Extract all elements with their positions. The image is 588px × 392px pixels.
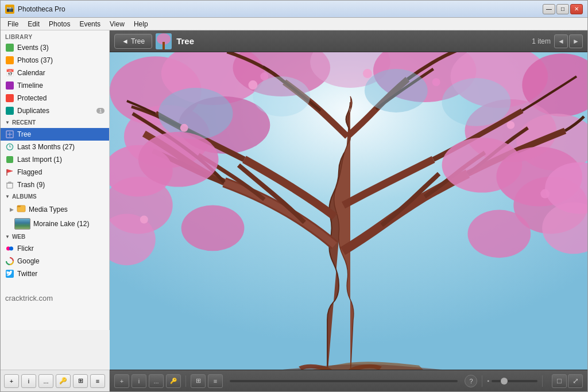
- progress-bar: [230, 380, 458, 382]
- back-arrow: ◄: [122, 37, 129, 45]
- lastimport-icon: [5, 155, 14, 164]
- sidebar-item-morainelake[interactable]: Moraine Lake (12): [1, 216, 109, 231]
- window-controls: — □ ✕: [543, 4, 583, 14]
- twitter-icon: [5, 269, 14, 278]
- app-title: Phototheca Pro: [18, 5, 543, 13]
- mediatypes-expand: ▶: [10, 207, 14, 212]
- menu-photos[interactable]: Photos: [44, 19, 75, 29]
- list-button[interactable]: ≡: [90, 374, 105, 388]
- menu-help[interactable]: Help: [129, 19, 153, 29]
- svg-point-51: [540, 189, 550, 199]
- protected-icon: [5, 94, 14, 103]
- trash-label: Trash (9): [17, 181, 105, 189]
- add-photo-button[interactable]: +: [114, 374, 129, 388]
- lastimport-label: Last Import (1): [17, 156, 105, 164]
- albums-triangle: ▼: [5, 194, 10, 199]
- albums-header: ALBUMS: [12, 193, 37, 200]
- svg-point-35: [253, 76, 310, 117]
- sidebar-item-flagged[interactable]: Flagged: [1, 166, 109, 178]
- duplicates-badge: 1: [96, 108, 105, 114]
- app-icon: 📷: [5, 5, 14, 14]
- menu-edit[interactable]: Edit: [23, 19, 44, 29]
- recent-toggle[interactable]: ▼ RECENT: [1, 117, 109, 128]
- album-thumbnail: [156, 33, 172, 49]
- svg-point-49: [180, 124, 188, 132]
- prev-button[interactable]: ◄: [554, 34, 568, 48]
- web-toggle[interactable]: ▼ WEB: [1, 231, 109, 242]
- sidebar-item-tree[interactable]: Tree: [1, 128, 109, 141]
- add-button[interactable]: +: [4, 374, 19, 388]
- progress-area: [225, 380, 462, 382]
- svg-point-34: [158, 88, 233, 139]
- events-label: Events (3): [17, 44, 105, 52]
- sidebar-item-calendar[interactable]: 📅 Calendar: [1, 67, 109, 79]
- photo-info-button[interactable]: i: [131, 374, 146, 388]
- sidebar-item-mediatypes[interactable]: ▶ Media Types: [1, 202, 109, 216]
- sidebar-item-flickr[interactable]: Flickr: [1, 242, 109, 255]
- sidebar-item-timeline[interactable]: Timeline: [1, 79, 109, 92]
- grid-view-button[interactable]: ⊞: [191, 374, 206, 388]
- tree-photo: [110, 52, 587, 370]
- recent-triangle: ▼: [5, 120, 10, 125]
- list-view-button[interactable]: ≡: [208, 374, 223, 388]
- web-header: WEB: [12, 234, 25, 240]
- sidebar-item-events[interactable]: Events (3): [1, 41, 109, 54]
- sidebar-item-lastimport[interactable]: Last Import (1): [1, 153, 109, 166]
- events-icon: [5, 43, 14, 52]
- content-area: ◄ Tree Tree: [110, 30, 587, 391]
- calendar-icon: 📅: [5, 68, 14, 77]
- sidebar-footer: + i ... 🔑 ⊞ ≡: [1, 370, 110, 391]
- menu-view[interactable]: View: [105, 19, 129, 29]
- more-options-button[interactable]: ...: [149, 374, 164, 388]
- separator3: [542, 375, 543, 387]
- photos-icon: [5, 56, 14, 65]
- svg-point-36: [365, 69, 428, 112]
- back-button[interactable]: ◄ Tree: [114, 34, 152, 49]
- zoom-thumb[interactable]: [501, 378, 508, 385]
- key-photo-button[interactable]: 🔑: [166, 374, 181, 388]
- sidebar-item-google[interactable]: Google: [1, 255, 109, 267]
- fullscreen-button[interactable]: ⤢: [568, 374, 583, 388]
- svg-point-37: [442, 78, 511, 126]
- bottom-toolbar: + i ... 🔑 ⊞ ≡ ? ▪: [110, 370, 587, 391]
- timeline-icon: [5, 81, 14, 90]
- key-button[interactable]: 🔑: [56, 374, 71, 388]
- main-layout: LIBRARY Events (3) Photos (37) 📅 Calenda…: [1, 30, 587, 391]
- sidebar-item-trash[interactable]: Trash (9): [1, 178, 109, 191]
- albums-toggle[interactable]: ▼ ALBUMS: [1, 191, 109, 202]
- close-button[interactable]: ✕: [570, 4, 583, 14]
- maximize-button[interactable]: □: [556, 4, 569, 14]
- timeline-label: Timeline: [17, 81, 105, 90]
- minimize-button[interactable]: —: [543, 4, 555, 14]
- sidebar-wrapper: LIBRARY Events (3) Photos (37) 📅 Calenda…: [1, 30, 110, 391]
- help-button[interactable]: ?: [465, 375, 477, 387]
- sidebar-item-twitter[interactable]: Twitter: [1, 267, 109, 280]
- sidebar-item-protected[interactable]: Protected: [1, 92, 109, 104]
- next-button[interactable]: ►: [569, 34, 583, 48]
- svg-point-39: [138, 132, 219, 187]
- calendar-label: Calendar: [17, 69, 105, 77]
- svg-point-52: [140, 215, 148, 223]
- svg-point-48: [432, 78, 440, 86]
- protected-label: Protected: [17, 94, 105, 102]
- info-button[interactable]: i: [21, 374, 36, 388]
- watermark: cracktrick.com: [1, 289, 109, 307]
- grid-button[interactable]: ⊞: [73, 374, 88, 388]
- photos-label: Photos (37): [17, 56, 105, 64]
- single-view-button[interactable]: □: [552, 374, 567, 388]
- recent-header: RECENT: [12, 119, 36, 126]
- sidebar-item-duplicates[interactable]: Duplicates 1: [1, 104, 109, 117]
- separator2: [482, 375, 482, 387]
- zoom-slider[interactable]: [492, 380, 537, 382]
- sidebar-item-photos[interactable]: Photos (37): [1, 54, 109, 67]
- menu-file[interactable]: File: [3, 19, 23, 29]
- svg-rect-8: [9, 182, 11, 183]
- tree-icon: [5, 130, 14, 139]
- menu-bar: File Edit Photos Events View Help: [1, 18, 587, 30]
- sidebar-item-last3months[interactable]: Last 3 Months (27): [1, 141, 109, 153]
- more-button[interactable]: ...: [38, 374, 53, 388]
- separator1: [185, 375, 186, 387]
- album-title: Tree: [176, 36, 194, 46]
- view-buttons: □ ⤢: [552, 374, 583, 388]
- menu-events[interactable]: Events: [75, 19, 105, 29]
